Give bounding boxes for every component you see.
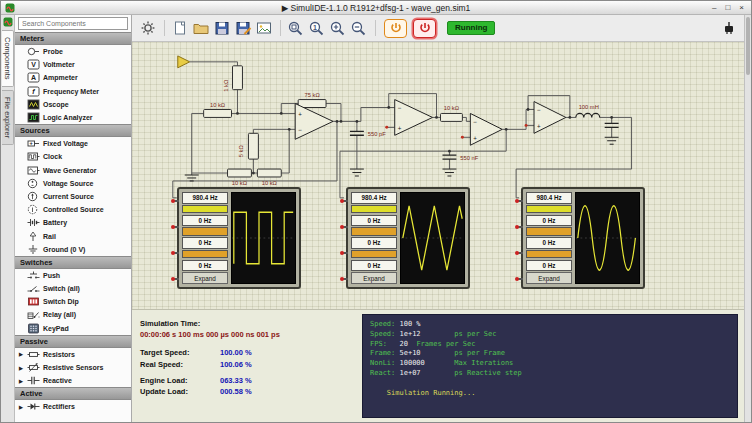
palette-item-switch-dip[interactable]: Switch Dip <box>15 295 131 308</box>
voltmeter-icon: V <box>27 59 40 70</box>
output-node-marker[interactable] <box>178 56 190 68</box>
scope-channel-button[interactable] <box>351 250 397 259</box>
palette-item-frequency-meter[interactable]: fFrequency Meter <box>15 85 131 98</box>
scope-channel-button[interactable] <box>182 205 228 214</box>
maximize-button[interactable]: □ <box>725 3 730 12</box>
oscope-icon <box>27 99 40 110</box>
main-toolbar: 1 Running <box>132 15 744 42</box>
battery-icon <box>27 217 40 228</box>
palette-item-push[interactable]: Push <box>15 269 131 282</box>
palette-section-meters[interactable]: Meters <box>15 32 131 45</box>
palette-item-wave-generator[interactable]: Wave Generator <box>15 164 131 177</box>
zoom-in-icon <box>329 20 347 36</box>
palette-item-switch-all[interactable]: Switch (all) <box>15 282 131 295</box>
scope-channel-button[interactable] <box>526 250 572 259</box>
zoom-in-button[interactable] <box>328 18 348 38</box>
resistor-value: 10 kΩ <box>232 180 248 186</box>
palette-item-resistors[interactable]: ▶Resistors <box>15 348 131 361</box>
palette-item-label: Logic Analyzer <box>43 114 93 121</box>
panel-toggle-button[interactable] <box>719 18 739 38</box>
palette-item-label: Resistors <box>43 351 75 358</box>
new-circuit-button[interactable] <box>170 18 190 38</box>
resistor-value: 1 kΩ <box>223 79 229 92</box>
tab-file-explorer[interactable]: File explorer <box>2 90 14 145</box>
palette-item-controlled-source[interactable]: Controlled Source <box>15 203 131 216</box>
scope-channel-button[interactable] <box>526 205 572 214</box>
palette-item-logic-analyzer[interactable]: Logic Analyzer <box>15 111 131 124</box>
circuit-area[interactable]: +− −+ −+ −+ <box>132 42 744 309</box>
palette-item-current-source[interactable]: Current Source <box>15 190 131 203</box>
window-title: ▶ SimulIDE-1.1.0 R1912+dfsg-1 - wave_gen… <box>1 3 751 13</box>
save-circuit-button[interactable] <box>212 18 232 38</box>
scope-channel-button[interactable] <box>182 250 228 259</box>
pause-sim-button[interactable] <box>384 19 407 38</box>
scope-expand-button[interactable]: Expand <box>526 272 572 284</box>
palette-item-voltage-source[interactable]: Voltage Source <box>15 177 131 190</box>
oscilloscope-1[interactable]: 980.4 Hz0 Hz0 Hz0 HzExpand <box>177 187 301 289</box>
palette-item-ground-0-v[interactable]: Ground (0 V) <box>15 243 131 256</box>
zoom-out-button[interactable] <box>349 18 369 38</box>
scope-pin-dot <box>340 225 344 229</box>
palette-item-label: Controlled Source <box>43 206 104 213</box>
expander-icon[interactable]: ▶ <box>18 378 24 384</box>
scope-channel-button[interactable] <box>526 227 572 236</box>
scrollbar-thumb[interactable] <box>746 17 750 75</box>
svg-text:−: − <box>473 118 477 125</box>
save-as-icon <box>234 20 252 36</box>
palette-item-oscope[interactable]: Oscope <box>15 98 131 111</box>
palette-item-clock[interactable]: Clock <box>15 150 131 163</box>
titlebar[interactable]: ▶ SimulIDE-1.1.0 R1912+dfsg-1 - wave_gen… <box>1 1 751 15</box>
palette-item-resistive-sensors[interactable]: ▶Resistive Sensors <box>15 361 131 374</box>
oscilloscope-3[interactable]: 980.4 Hz0 Hz0 Hz0 HzExpand <box>521 187 645 289</box>
oscilloscope-2[interactable]: 980.4 Hz0 Hz0 Hz0 HzExpand <box>346 187 470 289</box>
open-circuit-button[interactable] <box>191 18 211 38</box>
settings-button[interactable] <box>138 18 158 38</box>
op-amps[interactable] <box>295 100 566 146</box>
palette-section-active[interactable]: Active <box>15 387 131 400</box>
save-circuit-as-button[interactable] <box>233 18 253 38</box>
palette-section-sources[interactable]: Sources <box>15 124 131 137</box>
side-tabstrip: Components File explorer <box>1 15 15 422</box>
scope-expand-button[interactable]: Expand <box>182 272 228 284</box>
vertical-scrollbar[interactable] <box>744 15 751 422</box>
minimize-button[interactable]: – <box>712 3 716 12</box>
scope-channel-value: 0 Hz <box>526 260 572 272</box>
close-button[interactable]: × <box>739 3 744 12</box>
palette-section-switches[interactable]: Switches <box>15 256 131 269</box>
palette-item-probe[interactable]: Probe <box>15 45 131 58</box>
palette-item-label: Current Source <box>43 193 94 200</box>
export-image-button[interactable] <box>254 18 274 38</box>
clock-icon <box>27 151 40 162</box>
search-components-input[interactable] <box>18 17 128 30</box>
toolbar-separator <box>280 20 281 36</box>
palette-section-passive[interactable]: Passive <box>15 335 131 348</box>
palette-item-label: Wave Generator <box>43 167 96 174</box>
palette-item-voltmeter[interactable]: VVoltmeter <box>15 58 131 71</box>
scope-frequency-display: 980.4 Hz <box>351 192 397 204</box>
simulide-window: ▶ SimulIDE-1.1.0 R1912+dfsg-1 - wave_gen… <box>0 0 752 423</box>
scope-channel-button[interactable] <box>182 227 228 236</box>
palette-item-fixed-voltage[interactable]: +Fixed Voltage <box>15 137 131 150</box>
power-circuit-button[interactable] <box>413 19 436 38</box>
switch-dip-icon <box>27 296 40 307</box>
palette-item-relay-all[interactable]: Relay (all) <box>15 308 131 321</box>
expander-icon[interactable]: ▶ <box>18 404 24 410</box>
zoom-fit-button[interactable] <box>286 18 306 38</box>
palette-item-rectifiers[interactable]: ▶Rectifiers <box>15 400 131 413</box>
inductor[interactable] <box>576 113 600 117</box>
scope-expand-button[interactable]: Expand <box>351 272 397 284</box>
expander-icon[interactable]: ▶ <box>18 365 24 371</box>
palette-item-keypad[interactable]: KeyPad <box>15 322 131 335</box>
zoom-one-button[interactable]: 1 <box>307 18 327 38</box>
palette-item-battery[interactable]: Battery <box>15 216 131 229</box>
current-source-icon <box>27 191 40 202</box>
expander-icon[interactable]: ▶ <box>18 351 24 357</box>
new-icon <box>171 20 189 36</box>
tab-components[interactable]: Components <box>2 30 14 87</box>
palette-item-reactive[interactable]: ▶Reactive <box>15 374 131 387</box>
scope-channel-button[interactable] <box>351 227 397 236</box>
palette-item-rail[interactable]: Rail <box>15 229 131 242</box>
scope-channel-button[interactable] <box>351 205 397 214</box>
palette-item-ampmeter[interactable]: AAmpmeter <box>15 71 131 84</box>
update-load-row: Update Load:000.58 % <box>140 387 360 396</box>
